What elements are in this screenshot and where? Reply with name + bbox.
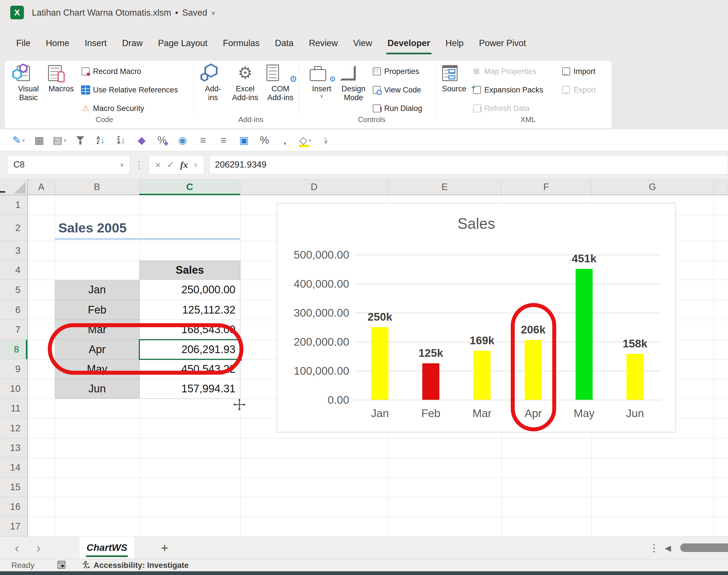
row-header-6[interactable]: 6: [0, 300, 27, 320]
row-header-9[interactable]: 9: [0, 359, 27, 379]
tab-help[interactable]: Help: [438, 31, 472, 56]
ribbon-button-import[interactable]: Import: [561, 65, 595, 78]
horizontal-scrollbar-thumb[interactable]: [680, 543, 728, 552]
sales-chart[interactable]: Sales 500,000.00400,000.00300,000.00200,…: [277, 203, 676, 433]
ribbon-button-properties[interactable]: Properties: [372, 65, 419, 78]
table-month-jan[interactable]: Jan: [55, 280, 139, 300]
ribbon-button-insert[interactable]: ⚙Insert∨: [307, 63, 336, 120]
tab-review[interactable]: Review: [301, 31, 345, 56]
formula-input[interactable]: 206291.9349: [209, 155, 728, 174]
ribbon-button-add--ins[interactable]: Add- ins: [199, 63, 227, 120]
paste-table-icon[interactable]: ▤∨: [49, 132, 70, 149]
percent-style-icon[interactable]: %: [254, 132, 275, 149]
tab-home[interactable]: Home: [38, 31, 77, 56]
comma-style-icon[interactable]: ,: [275, 132, 295, 149]
next-sheet-icon[interactable]: ›: [36, 537, 41, 560]
row-header-17[interactable]: 17: [0, 517, 27, 536]
tab-formulas[interactable]: Formulas: [215, 31, 267, 56]
column-header-F[interactable]: F: [501, 179, 591, 195]
row-header-4[interactable]: 4: [0, 261, 27, 280]
table-value-jan[interactable]: 250,000.00: [139, 280, 240, 300]
column-header-B[interactable]: B: [55, 179, 139, 195]
chevron-down-icon[interactable]: ∨: [120, 161, 124, 168]
column-header-E[interactable]: E: [388, 179, 501, 195]
row-header-13[interactable]: 13: [0, 438, 27, 458]
row-header-2[interactable]: 2: [0, 215, 27, 241]
ribbon-button-run-dialog[interactable]: Run Dialog: [372, 102, 422, 115]
tab-view[interactable]: View: [345, 31, 380, 56]
tab-page-layout[interactable]: Page Layout: [150, 31, 215, 56]
enter-icon[interactable]: ✓: [167, 159, 174, 170]
formula-bar-splitter-icon[interactable]: ⋮: [135, 155, 143, 174]
chart-bar-jun[interactable]: [626, 354, 644, 400]
diamond-shape-icon[interactable]: ◆: [132, 132, 152, 149]
column-header-D[interactable]: D: [240, 179, 388, 195]
ribbon-button-use-relative-references[interactable]: Use Relative References: [81, 83, 178, 97]
table-value-feb[interactable]: 125,112.32: [139, 300, 240, 320]
accessibility-icon[interactable]: [82, 561, 90, 570]
chart-bar-jan[interactable]: [371, 327, 389, 400]
row-header-12[interactable]: 12: [0, 418, 27, 438]
tab-options-icon[interactable]: ⋮: [649, 537, 659, 560]
sort-az-icon[interactable]: AZ↓: [90, 132, 111, 149]
tab-file[interactable]: File: [8, 31, 38, 56]
table-value-jun[interactable]: 157,994.31: [139, 379, 240, 399]
circle-shape-icon[interactable]: ◉: [172, 132, 193, 149]
table-icon[interactable]: ▦: [29, 132, 49, 149]
row-header-8[interactable]: 8: [0, 340, 27, 359]
chart-bar-may[interactable]: [576, 269, 593, 400]
column-header-partial[interactable]: [714, 179, 728, 195]
autofit-window-icon[interactable]: ▣: [234, 132, 254, 149]
ribbon-button-com-add-ins[interactable]: ⚙COM Add-ins: [263, 63, 298, 120]
row-header-14[interactable]: 14: [0, 458, 27, 477]
scroll-left-icon[interactable]: ◀: [665, 537, 671, 560]
row-header-15[interactable]: 15: [0, 477, 27, 497]
chart-bar-mar[interactable]: [473, 351, 490, 400]
save-status[interactable]: Saved: [182, 8, 207, 18]
row-header-11[interactable]: 11: [0, 399, 27, 418]
row-header-7[interactable]: 7: [0, 320, 27, 340]
ribbon-button-view-code[interactable]: View Code: [372, 83, 421, 97]
tab-draw[interactable]: Draw: [114, 31, 150, 56]
record-macro-status-icon[interactable]: [57, 561, 66, 570]
filter-icon[interactable]: [70, 132, 90, 149]
align-lines-icon[interactable]: ≡: [193, 132, 213, 149]
column-header-C[interactable]: C: [139, 179, 240, 195]
ribbon-button-source[interactable]: Source: [439, 63, 469, 120]
tab-developer[interactable]: Developer: [380, 31, 438, 56]
row-header-3[interactable]: 3: [0, 241, 27, 261]
cell-edit-icon[interactable]: ✎∨: [8, 132, 29, 149]
chart-title[interactable]: Sales: [277, 215, 676, 232]
row-header-1[interactable]: 1: [0, 195, 27, 215]
ribbon-button-visual-basic[interactable]: Visual Basic: [12, 63, 45, 120]
new-sheet-button[interactable]: +: [161, 537, 168, 560]
ribbon-button-macro-security[interactable]: ⚠Macro Security: [81, 102, 144, 115]
prev-sheet-icon[interactable]: ‹: [15, 537, 19, 560]
ribbon-button-expansion-packs[interactable]: Expansion Packs: [472, 83, 543, 97]
ribbon-button-excel-add-ins[interactable]: ⚙Excel Add-ins: [227, 63, 263, 120]
chevron-down-icon[interactable]: ∨: [211, 9, 216, 16]
chart-bar-feb[interactable]: [422, 363, 439, 400]
table-month-jun[interactable]: Jun: [55, 379, 139, 399]
accessibility-status[interactable]: Accessibility: Investigate: [94, 561, 189, 570]
chevron-down-icon[interactable]: ∨: [194, 162, 197, 168]
align-lines-2-icon[interactable]: ≡: [213, 132, 234, 149]
row-header-10[interactable]: 10: [0, 379, 27, 399]
column-header-G[interactable]: G: [591, 179, 714, 195]
insert-function-icon[interactable]: fx: [180, 160, 188, 170]
name-box[interactable]: C8 ∨: [7, 155, 130, 174]
ribbon-button-macros[interactable]: Macros: [45, 63, 77, 120]
fill-color-icon[interactable]: ◇∨: [295, 132, 316, 149]
toolbar-overflow-icon[interactable]: –∨: [316, 132, 336, 149]
percent-diamond-icon[interactable]: %◆: [152, 132, 172, 149]
workbook-filename[interactable]: Latihan Chart Warna Otomatis.xlsm: [32, 8, 171, 18]
tab-insert[interactable]: Insert: [77, 31, 115, 56]
column-header-A[interactable]: A: [28, 179, 55, 195]
tab-power-pivot[interactable]: Power Pivot: [471, 31, 534, 56]
row-header-5[interactable]: 5: [0, 280, 27, 300]
ribbon-button-record-macro[interactable]: Record Macro: [81, 65, 141, 78]
sheet-tab-chartws[interactable]: ChartWS: [80, 537, 134, 558]
sort-za-icon[interactable]: ZA↓: [111, 132, 132, 149]
table-month-feb[interactable]: Feb: [55, 300, 139, 320]
ribbon-button-design-mode[interactable]: Design Mode: [337, 63, 370, 120]
